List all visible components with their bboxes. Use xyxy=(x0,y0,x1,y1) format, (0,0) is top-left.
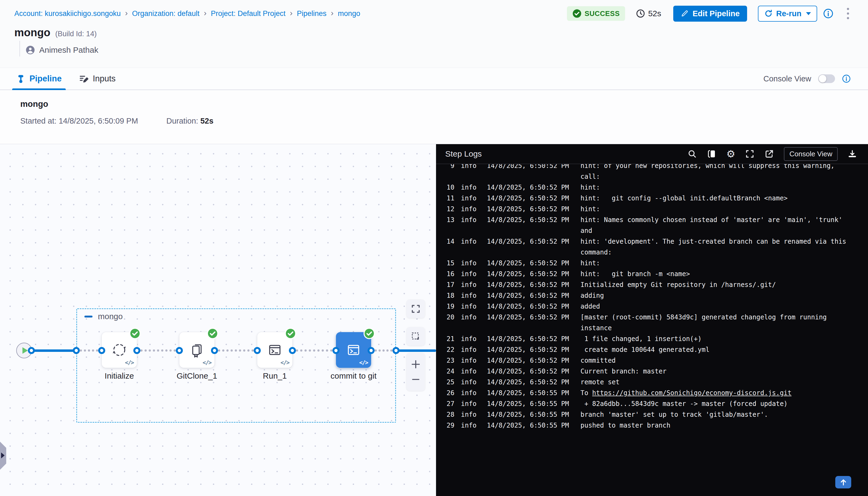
step-label: commit to git xyxy=(313,371,394,381)
log-row: 24 info 14/8/2025, 6:50:52 PM Current br… xyxy=(444,366,868,377)
more-options-menu-icon[interactable] xyxy=(845,6,851,21)
log-message: committed xyxy=(580,355,854,366)
collapse-stage-icon[interactable] xyxy=(84,315,93,317)
info-icon[interactable] xyxy=(823,9,833,19)
tab-inputs[interactable]: Inputs xyxy=(79,68,115,90)
log-message: remote set xyxy=(580,377,854,388)
zoom-in-button[interactable] xyxy=(410,359,421,370)
log-message: Initialized empty Git repository in /har… xyxy=(580,279,854,290)
edit-pipeline-button[interactable]: Edit Pipeline xyxy=(673,6,747,22)
tab-pipeline-label: Pipeline xyxy=(30,74,62,83)
log-message: hint: Names commonly chosen instead of '… xyxy=(580,215,854,236)
log-timestamp: 14/8/2025, 6:50:52 PM xyxy=(487,355,574,366)
fit-to-screen-button[interactable] xyxy=(406,300,425,318)
code-glyph: </> xyxy=(125,359,134,366)
scroll-to-top-button[interactable] xyxy=(835,476,851,489)
stage-group-name: mongo xyxy=(98,312,123,321)
search-icon[interactable] xyxy=(687,149,697,159)
rerun-button[interactable]: Re-run xyxy=(758,6,817,22)
log-level: info xyxy=(461,204,480,215)
pencil-icon xyxy=(681,10,689,18)
connector-port xyxy=(254,347,261,354)
log-timestamp: 14/8/2025, 6:50:52 PM xyxy=(487,182,574,193)
duration-chip: 52s xyxy=(636,9,661,18)
log-message: hint: 'development'. The just-created br… xyxy=(580,236,854,258)
success-check-icon xyxy=(284,327,296,339)
tab-pipeline[interactable]: Pipeline xyxy=(16,68,62,90)
log-level: info xyxy=(461,355,480,366)
log-message: hint: git config --global init.defaultBr… xyxy=(580,193,854,204)
zoom-out-button[interactable] xyxy=(410,374,421,385)
log-level: info xyxy=(461,236,480,258)
log-timestamp: 14/8/2025, 6:50:52 PM xyxy=(487,312,574,334)
console-view-toggle[interactable] xyxy=(818,74,835,83)
log-timestamp: 14/8/2025, 6:50:52 PM xyxy=(487,193,574,204)
code-glyph: </> xyxy=(280,359,289,366)
log-line-number: 14 xyxy=(444,236,454,258)
tab-inputs-label: Inputs xyxy=(93,74,115,83)
stage-duration: Duration: 52s xyxy=(166,117,213,125)
breadcrumb-organization[interactable]: Organization: default xyxy=(132,10,199,18)
log-row: 20 info 14/8/2025, 6:50:52 PM [master (r… xyxy=(444,312,868,334)
chevron-right-icon: › xyxy=(290,9,293,18)
stage-name: mongo xyxy=(20,99,851,109)
log-level: info xyxy=(461,164,480,182)
connector-line xyxy=(31,350,76,352)
connector-port xyxy=(392,347,400,354)
pipeline-icon xyxy=(16,74,26,83)
log-line-number: 27 xyxy=(444,398,454,409)
log-row: 28 info 14/8/2025, 6:50:55 PM branch 'ma… xyxy=(444,409,868,420)
step-node-initialize[interactable]: </> xyxy=(102,332,137,368)
step-node-commit-to-git[interactable]: </> xyxy=(336,332,371,368)
log-level: info xyxy=(461,301,480,312)
log-message: 1 file changed, 1 insertion(+) xyxy=(580,334,854,344)
log-level: info xyxy=(461,182,480,193)
log-line-number: 15 xyxy=(444,258,454,268)
multi-select-button[interactable] xyxy=(406,327,425,346)
breadcrumb-pipelines[interactable]: Pipelines xyxy=(297,10,327,18)
clock-icon xyxy=(636,9,645,18)
log-timestamp: 14/8/2025, 6:50:52 PM xyxy=(487,301,574,312)
log-output[interactable]: 9 info 14/8/2025, 6:50:52 PM hint: of yo… xyxy=(436,164,868,496)
code-glyph: </> xyxy=(203,359,211,366)
console-view-button[interactable]: Console View xyxy=(784,147,838,161)
log-timestamp: 14/8/2025, 6:50:52 PM xyxy=(487,377,574,388)
breadcrumb-project[interactable]: Project: Default Project xyxy=(211,10,285,18)
step-logs-panel: Step Logs ⚙ Console View xyxy=(436,144,868,496)
status-badge: SUCCESS xyxy=(567,6,625,21)
page-header: Account: kurosakiichigo.songoku › Organi… xyxy=(0,0,868,67)
log-line-number: 17 xyxy=(444,279,454,290)
chevron-right-icon: › xyxy=(204,9,206,18)
log-message: create mode 100644 generated.yml xyxy=(580,344,854,355)
info-icon[interactable] xyxy=(842,74,851,83)
copy-icon[interactable] xyxy=(707,149,716,159)
connector-line xyxy=(396,350,436,352)
log-row: 23 info 14/8/2025, 6:50:52 PM committed xyxy=(444,355,868,366)
tab-bar: Pipeline Inputs Console View xyxy=(0,67,868,90)
log-row: 12 info 14/8/2025, 6:50:52 PM hint: xyxy=(444,204,868,215)
log-link[interactable]: https://github.com/Sonichigo/economy-dis… xyxy=(592,389,791,397)
breadcrumb-pipeline-name[interactable]: mongo xyxy=(338,10,360,18)
log-row: 10 info 14/8/2025, 6:50:52 PM hint: xyxy=(444,182,868,193)
breadcrumb-account[interactable]: Account: kurosakiichigo.songoku xyxy=(14,10,121,18)
log-line-number: 9 xyxy=(444,164,454,182)
log-row: 19 info 14/8/2025, 6:50:52 PM added xyxy=(444,301,868,312)
log-level: info xyxy=(461,420,480,431)
expand-left-panel-handle[interactable] xyxy=(0,441,6,470)
step-node-gitclone[interactable]: </> xyxy=(179,332,215,368)
play-icon xyxy=(22,347,28,354)
log-row: 16 info 14/8/2025, 6:50:52 PM hint: git … xyxy=(444,268,868,279)
started-at: Started at: 14/8/2025, 6:50:09 PM xyxy=(20,117,166,125)
log-timestamp: 14/8/2025, 6:50:52 PM xyxy=(487,236,574,258)
fullscreen-icon[interactable] xyxy=(745,149,755,159)
open-in-new-icon[interactable] xyxy=(764,149,774,159)
duration-text: 52s xyxy=(648,9,661,18)
settings-gear-icon[interactable]: ⚙ xyxy=(726,149,735,159)
code-glyph: </> xyxy=(359,359,368,366)
log-level: info xyxy=(461,388,480,398)
caret-down-icon xyxy=(806,12,811,15)
log-line-number: 19 xyxy=(444,301,454,312)
log-timestamp: 14/8/2025, 6:50:55 PM xyxy=(487,398,574,409)
download-icon[interactable] xyxy=(848,149,857,159)
step-node-run[interactable]: </> xyxy=(257,332,292,368)
